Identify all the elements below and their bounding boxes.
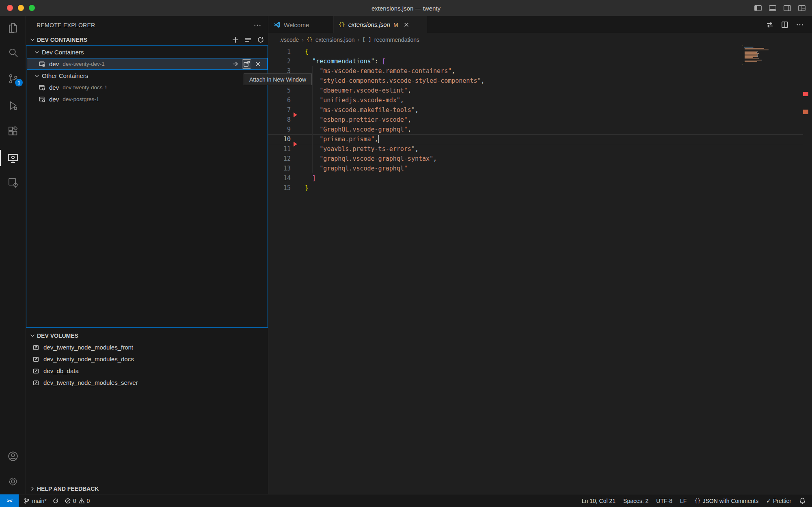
code-line-14[interactable]: 14 ] — [268, 173, 812, 183]
line-number: 12 — [268, 154, 291, 164]
line-number: 7 — [268, 105, 291, 115]
problems-item[interactable]: 0 0 — [65, 498, 90, 504]
code-line-15[interactable]: 15} — [268, 183, 812, 193]
gutter-red-arrow — [294, 112, 297, 117]
code-line-12[interactable]: 12 "graphql.vscode-graphql-syntax", — [268, 154, 812, 164]
notifications-bell-icon[interactable] — [799, 497, 806, 504]
toggle-sidebar-icon[interactable] — [754, 4, 762, 13]
code-line-10[interactable]: 10 "prisma.prisma", — [268, 134, 812, 144]
code-text: "GraphQL.vscode-graphql", — [305, 125, 411, 134]
filter-list-icon[interactable] — [244, 36, 252, 44]
sidebar-title: REMOTE EXPLORER — [37, 22, 95, 28]
source-control-badge: 1 — [15, 79, 23, 86]
run-debug-icon[interactable] — [0, 97, 26, 114]
search-icon[interactable] — [0, 43, 26, 61]
minimap-line — [743, 50, 771, 50]
branch-name: main* — [32, 498, 47, 504]
extensions-icon[interactable] — [0, 122, 26, 140]
sidebar-more-actions-icon[interactable] — [253, 21, 261, 29]
json-file-icon: {} — [339, 22, 345, 28]
breadcrumb-symbol[interactable]: recommendations — [374, 37, 419, 43]
line-number: 14 — [268, 173, 291, 183]
customize-layout-icon[interactable] — [797, 4, 806, 13]
code-line-9[interactable]: 9 "GraphQL.vscode-graphql", — [268, 125, 812, 134]
close-tab-icon[interactable] — [403, 22, 410, 28]
minimap-line — [743, 61, 771, 62]
tab-label: extensions.json — [348, 21, 390, 28]
line-number: 1 — [268, 47, 291, 56]
minimap-line — [743, 58, 771, 59]
dev-volumes-section-header[interactable]: DEV VOLUMES — [26, 330, 268, 341]
code-line-3[interactable]: 3 "ms-vscode-remote.remote-containers", — [268, 66, 812, 76]
code-text: } — [305, 183, 309, 193]
warning-count: 0 — [87, 498, 90, 504]
accounts-icon[interactable] — [0, 447, 26, 465]
container-tools-icon[interactable] — [0, 173, 26, 191]
tree-group-dev-containers[interactable]: Dev Containers — [27, 46, 268, 58]
refresh-icon[interactable] — [257, 36, 265, 44]
remote-explorer-icon[interactable] — [0, 149, 26, 167]
encoding-item[interactable]: UTF-8 — [656, 498, 672, 504]
open-changes-icon[interactable] — [766, 21, 774, 29]
code-line-13[interactable]: 13 "graphql.vscode-graphql" — [268, 164, 812, 173]
chevron-down-icon — [34, 49, 40, 56]
overview-ruler-mark — [803, 110, 808, 114]
eol-item[interactable]: LF — [680, 498, 687, 504]
breadcrumb-file[interactable]: extensions.json — [315, 37, 355, 43]
code-line-11[interactable]: 11 "yoavbls.pretty-ts-errors", — [268, 144, 812, 154]
attach-container-icon[interactable] — [231, 60, 239, 68]
close-window-button[interactable] — [7, 5, 13, 11]
tab-extensions-json[interactable]: {} extensions.json M — [334, 16, 427, 33]
container-row-dev-postgres-1[interactable]: dev dev-postgres-1 — [27, 93, 268, 105]
cursor-position-item[interactable]: Ln 10, Col 21 — [582, 498, 615, 504]
minimize-window-button[interactable] — [18, 5, 24, 11]
attach-new-window-icon[interactable] — [242, 59, 251, 69]
explorer-icon[interactable] — [0, 19, 26, 37]
code-line-2[interactable]: 2 "recommendations": [ — [268, 56, 812, 66]
code-line-6[interactable]: 6 "unifiedjs.vscode-mdx", — [268, 95, 812, 105]
sync-icon[interactable] — [52, 498, 59, 504]
line-number: 2 — [268, 56, 291, 66]
minimap-line — [743, 62, 771, 63]
minimap[interactable] — [743, 45, 771, 65]
split-editor-icon[interactable] — [781, 21, 789, 29]
add-container-icon[interactable] — [231, 36, 240, 44]
zoom-window-button[interactable] — [29, 5, 35, 11]
code-line-7[interactable]: 7 "ms-vscode.makefile-tools", — [268, 105, 812, 115]
title-bar: extensions.json — twenty — [0, 0, 812, 16]
code-line-4[interactable]: 4 "styled-components.vscode-styled-compo… — [268, 76, 812, 86]
volume-row[interactable]: dev_twenty_node_modules_front — [26, 341, 268, 353]
settings-gear-icon[interactable] — [0, 472, 26, 490]
toggle-panel-icon[interactable] — [768, 4, 777, 13]
indentation-item[interactable]: Spaces: 2 — [623, 498, 648, 504]
container-row-dev-twenty-dev-1[interactable]: dev dev-twenty-dev-1 — [27, 58, 268, 70]
more-actions-icon[interactable] — [796, 21, 804, 29]
json-file-icon: {} — [307, 37, 313, 43]
line-number: 9 — [268, 125, 291, 134]
tooltip-attach-in-new-window: Attach in New Window — [244, 73, 312, 85]
code-line-8[interactable]: 8 "esbenp.prettier-vscode", — [268, 115, 812, 125]
minimap-line — [743, 52, 771, 53]
help-feedback-section-header[interactable]: HELP AND FEEDBACK — [26, 483, 268, 494]
dev-container-icon — [39, 60, 45, 67]
code-line-1[interactable]: 1{ — [268, 47, 812, 56]
volume-row[interactable]: dev_twenty_node_modules_docs — [26, 353, 268, 365]
tree-group-other-containers[interactable]: Other Containers — [27, 70, 268, 82]
language-mode-item[interactable]: {} JSON with Comments — [694, 498, 758, 504]
toggle-secondary-sidebar-icon[interactable] — [783, 4, 792, 13]
volume-row[interactable]: dev_twenty_node_modules_server — [26, 377, 268, 388]
breadcrumb-folder[interactable]: .vscode — [279, 37, 299, 43]
container-row-dev-twenty-docs-1[interactable]: dev dev-twenty-docs-1 — [27, 82, 268, 93]
code-editor[interactable]: 1{2 "recommendations": [3 "ms-vscode-rem… — [268, 46, 812, 494]
code-text: "recommendations": [ — [305, 56, 386, 66]
formatter-item[interactable]: ✓ Prettier — [766, 498, 791, 504]
remote-indicator[interactable]: >< — [0, 494, 19, 507]
dev-containers-section-header[interactable]: DEV CONTAINERS — [26, 34, 268, 45]
source-control-icon[interactable]: 1 — [0, 70, 26, 88]
volume-row[interactable]: dev_db_data — [26, 365, 268, 377]
minimap-line — [743, 47, 771, 47]
code-line-5[interactable]: 5 "dbaeumer.vscode-eslint", — [268, 86, 812, 95]
close-icon[interactable] — [254, 60, 262, 68]
tab-welcome[interactable]: Welcome — [268, 16, 334, 33]
git-branch-item[interactable]: main* — [24, 498, 47, 504]
